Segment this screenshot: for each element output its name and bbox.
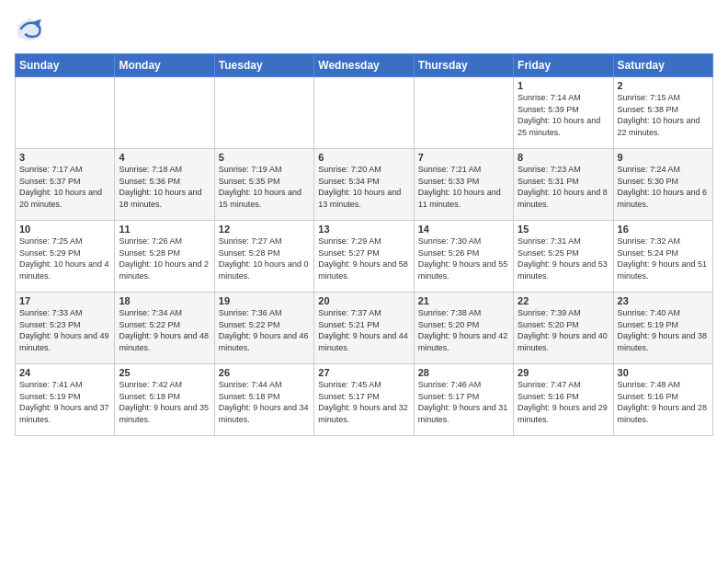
day-number: 23 (618, 295, 709, 306)
calendar-cell: 12Sunrise: 7:27 AM Sunset: 5:28 PM Dayli… (214, 221, 313, 293)
day-info: Sunrise: 7:42 AM Sunset: 5:18 PM Dayligh… (119, 379, 210, 425)
calendar-cell: 7Sunrise: 7:21 AM Sunset: 5:33 PM Daylig… (414, 149, 513, 221)
day-info: Sunrise: 7:33 AM Sunset: 5:23 PM Dayligh… (19, 307, 110, 353)
day-info: Sunrise: 7:48 AM Sunset: 5:16 PM Dayligh… (618, 379, 709, 425)
calendar-cell: 1Sunrise: 7:14 AM Sunset: 5:39 PM Daylig… (514, 77, 613, 149)
day-info: Sunrise: 7:20 AM Sunset: 5:34 PM Dayligh… (318, 164, 409, 210)
calendar-cell: 30Sunrise: 7:48 AM Sunset: 5:16 PM Dayli… (613, 364, 712, 436)
calendar-cell: 8Sunrise: 7:23 AM Sunset: 5:31 PM Daylig… (514, 149, 613, 221)
day-number: 30 (618, 367, 709, 378)
calendar-week-1: 3Sunrise: 7:17 AM Sunset: 5:37 PM Daylig… (16, 149, 713, 221)
day-info: Sunrise: 7:27 AM Sunset: 5:28 PM Dayligh… (219, 236, 310, 282)
day-info: Sunrise: 7:37 AM Sunset: 5:21 PM Dayligh… (318, 307, 409, 353)
day-info: Sunrise: 7:15 AM Sunset: 5:38 PM Dayligh… (618, 92, 709, 138)
day-number: 16 (618, 224, 709, 235)
day-number: 22 (518, 295, 609, 306)
day-info: Sunrise: 7:41 AM Sunset: 5:19 PM Dayligh… (19, 379, 110, 425)
calendar-week-4: 24Sunrise: 7:41 AM Sunset: 5:19 PM Dayli… (16, 364, 713, 436)
day-number: 14 (418, 224, 509, 235)
calendar-cell: 11Sunrise: 7:26 AM Sunset: 5:28 PM Dayli… (115, 221, 214, 293)
day-number: 3 (19, 152, 110, 163)
calendar-cell: 21Sunrise: 7:38 AM Sunset: 5:20 PM Dayli… (414, 293, 513, 364)
day-info: Sunrise: 7:39 AM Sunset: 5:20 PM Dayligh… (518, 307, 609, 353)
day-number: 25 (119, 367, 210, 378)
day-number: 20 (318, 295, 409, 306)
day-number: 6 (318, 152, 409, 163)
calendar-cell: 24Sunrise: 7:41 AM Sunset: 5:19 PM Dayli… (16, 364, 115, 436)
day-number: 27 (318, 367, 409, 378)
calendar-cell (115, 77, 214, 149)
day-info: Sunrise: 7:34 AM Sunset: 5:22 PM Dayligh… (119, 307, 210, 353)
day-info: Sunrise: 7:46 AM Sunset: 5:17 PM Dayligh… (418, 379, 509, 425)
calendar-cell: 5Sunrise: 7:19 AM Sunset: 5:35 PM Daylig… (214, 149, 313, 221)
calendar-cell: 19Sunrise: 7:36 AM Sunset: 5:22 PM Dayli… (214, 293, 313, 364)
header-cell-sunday: Sunday (16, 54, 115, 77)
calendar-cell: 18Sunrise: 7:34 AM Sunset: 5:22 PM Dayli… (115, 293, 214, 364)
header-row: SundayMondayTuesdayWednesdayThursdayFrid… (16, 54, 713, 77)
day-number: 2 (618, 80, 709, 91)
day-number: 7 (418, 152, 509, 163)
day-number: 10 (19, 224, 110, 235)
day-number: 13 (318, 224, 409, 235)
calendar-cell: 29Sunrise: 7:47 AM Sunset: 5:16 PM Dayli… (514, 364, 613, 436)
logo-icon (15, 15, 44, 44)
calendar-cell: 23Sunrise: 7:40 AM Sunset: 5:19 PM Dayli… (613, 293, 712, 364)
day-number: 9 (618, 152, 709, 163)
day-info: Sunrise: 7:32 AM Sunset: 5:24 PM Dayligh… (618, 236, 709, 282)
header (15, 15, 713, 44)
calendar-week-0: 1Sunrise: 7:14 AM Sunset: 5:39 PM Daylig… (16, 77, 713, 149)
calendar-cell: 20Sunrise: 7:37 AM Sunset: 5:21 PM Dayli… (314, 293, 414, 364)
calendar-week-3: 17Sunrise: 7:33 AM Sunset: 5:23 PM Dayli… (16, 293, 713, 364)
calendar-header: SundayMondayTuesdayWednesdayThursdayFrid… (16, 54, 713, 77)
calendar-body: 1Sunrise: 7:14 AM Sunset: 5:39 PM Daylig… (16, 77, 713, 436)
calendar-cell: 26Sunrise: 7:44 AM Sunset: 5:18 PM Dayli… (214, 364, 313, 436)
day-number: 15 (518, 224, 609, 235)
calendar-cell: 22Sunrise: 7:39 AM Sunset: 5:20 PM Dayli… (514, 293, 613, 364)
calendar-cell: 10Sunrise: 7:25 AM Sunset: 5:29 PM Dayli… (16, 221, 115, 293)
calendar-table: SundayMondayTuesdayWednesdayThursdayFrid… (15, 53, 713, 436)
day-info: Sunrise: 7:26 AM Sunset: 5:28 PM Dayligh… (119, 236, 210, 282)
calendar-cell: 28Sunrise: 7:46 AM Sunset: 5:17 PM Dayli… (414, 364, 513, 436)
header-cell-monday: Monday (115, 54, 214, 77)
logo (15, 15, 48, 44)
day-info: Sunrise: 7:19 AM Sunset: 5:35 PM Dayligh… (219, 164, 310, 210)
day-number: 1 (518, 80, 609, 91)
day-info: Sunrise: 7:38 AM Sunset: 5:20 PM Dayligh… (418, 307, 509, 353)
day-info: Sunrise: 7:29 AM Sunset: 5:27 PM Dayligh… (318, 236, 409, 282)
day-info: Sunrise: 7:44 AM Sunset: 5:18 PM Dayligh… (219, 379, 310, 425)
header-cell-friday: Friday (514, 54, 613, 77)
calendar-cell: 25Sunrise: 7:42 AM Sunset: 5:18 PM Dayli… (115, 364, 214, 436)
day-info: Sunrise: 7:23 AM Sunset: 5:31 PM Dayligh… (518, 164, 609, 210)
day-info: Sunrise: 7:21 AM Sunset: 5:33 PM Dayligh… (418, 164, 509, 210)
calendar-cell: 14Sunrise: 7:30 AM Sunset: 5:26 PM Dayli… (414, 221, 513, 293)
page-container: SundayMondayTuesdayWednesdayThursdayFrid… (0, 0, 728, 443)
day-info: Sunrise: 7:45 AM Sunset: 5:17 PM Dayligh… (318, 379, 409, 425)
day-info: Sunrise: 7:40 AM Sunset: 5:19 PM Dayligh… (618, 307, 709, 353)
day-number: 21 (418, 295, 509, 306)
day-number: 28 (418, 367, 509, 378)
day-number: 4 (119, 152, 210, 163)
header-cell-thursday: Thursday (414, 54, 513, 77)
calendar-cell (314, 77, 414, 149)
calendar-cell: 15Sunrise: 7:31 AM Sunset: 5:25 PM Dayli… (514, 221, 613, 293)
calendar-cell (414, 77, 513, 149)
calendar-week-2: 10Sunrise: 7:25 AM Sunset: 5:29 PM Dayli… (16, 221, 713, 293)
calendar-cell: 6Sunrise: 7:20 AM Sunset: 5:34 PM Daylig… (314, 149, 414, 221)
day-info: Sunrise: 7:36 AM Sunset: 5:22 PM Dayligh… (219, 307, 310, 353)
calendar-cell: 16Sunrise: 7:32 AM Sunset: 5:24 PM Dayli… (613, 221, 712, 293)
calendar-cell: 4Sunrise: 7:18 AM Sunset: 5:36 PM Daylig… (115, 149, 214, 221)
calendar-cell: 2Sunrise: 7:15 AM Sunset: 5:38 PM Daylig… (613, 77, 712, 149)
calendar-cell: 13Sunrise: 7:29 AM Sunset: 5:27 PM Dayli… (314, 221, 414, 293)
day-info: Sunrise: 7:25 AM Sunset: 5:29 PM Dayligh… (19, 236, 110, 282)
calendar-cell (16, 77, 115, 149)
calendar-cell (214, 77, 313, 149)
day-info: Sunrise: 7:18 AM Sunset: 5:36 PM Dayligh… (119, 164, 210, 210)
day-info: Sunrise: 7:47 AM Sunset: 5:16 PM Dayligh… (518, 379, 609, 425)
day-info: Sunrise: 7:30 AM Sunset: 5:26 PM Dayligh… (418, 236, 509, 282)
day-info: Sunrise: 7:24 AM Sunset: 5:30 PM Dayligh… (618, 164, 709, 210)
day-number: 8 (518, 152, 609, 163)
calendar-cell: 3Sunrise: 7:17 AM Sunset: 5:37 PM Daylig… (16, 149, 115, 221)
day-number: 5 (219, 152, 310, 163)
header-cell-saturday: Saturday (613, 54, 712, 77)
day-info: Sunrise: 7:31 AM Sunset: 5:25 PM Dayligh… (518, 236, 609, 282)
